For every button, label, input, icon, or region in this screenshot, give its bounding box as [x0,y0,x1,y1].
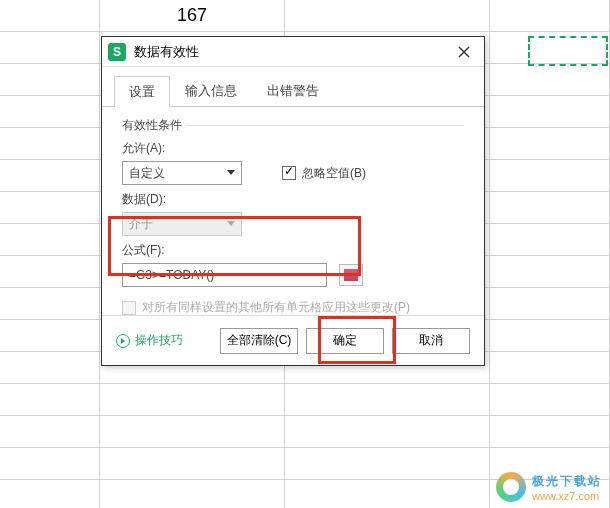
close-icon [458,46,470,58]
ignore-blank-checkbox[interactable] [282,166,296,180]
data-validation-dialog: S 数据有效性 设置 输入信息 出错警告 有效性条件 允许(A): 自定义 忽略… [101,36,485,366]
selection-marquee [528,36,608,66]
tab-error-alert[interactable]: 出错警告 [252,75,334,106]
chevron-down-icon [227,221,235,226]
formula-value: =G3>=TODAY() [129,268,214,282]
data-label: 数据(D): [122,191,464,208]
allow-select[interactable]: 自定义 [122,161,242,185]
watermark-title: 极光下载站 [532,473,602,490]
apply-all-label: 对所有同样设置的其他所有单元格应用这些更改(P) [142,299,410,316]
grid-cell[interactable] [0,0,100,31]
dialog-tabs: 设置 输入信息 出错警告 [102,67,484,107]
cancel-button[interactable]: 取消 [392,328,470,354]
tab-settings[interactable]: 设置 [114,76,170,107]
close-button[interactable] [450,41,478,63]
apply-all-checkbox [122,301,136,315]
dialog-content: 有效性条件 允许(A): 自定义 忽略空值(B) 数据(D): 介于 公式(F)… [102,107,484,326]
grid-cell[interactable] [490,0,610,31]
criteria-fieldset-label: 有效性条件 [122,117,464,134]
clear-all-button[interactable]: 全部清除(C) [220,328,298,354]
grid-cell[interactable] [285,0,490,31]
watermark: 极光下载站 www.xz7.com [496,472,602,502]
grid-cell[interactable]: 167 [100,0,285,31]
range-picker-icon [344,269,358,281]
formula-label: 公式(F): [122,242,464,259]
app-icon: S [108,43,126,61]
tab-input-message[interactable]: 输入信息 [170,75,252,106]
ok-button[interactable]: 确定 [306,328,384,354]
formula-input[interactable]: =G3>=TODAY() [122,263,327,287]
watermark-url: www.xz7.com [532,490,602,502]
dialog-title: 数据有效性 [134,43,450,61]
dialog-titlebar[interactable]: S 数据有效性 [102,37,484,67]
range-picker-button[interactable] [339,264,363,286]
tips-label: 操作技巧 [135,332,183,349]
chevron-down-icon [227,170,235,175]
tips-link[interactable]: 操作技巧 [116,332,212,349]
allow-select-value: 自定义 [129,165,165,182]
ignore-blank-label: 忽略空值(B) [302,165,366,182]
allow-label: 允许(A): [122,140,464,157]
dialog-footer: 操作技巧 全部清除(C) 确定 取消 [102,315,484,365]
data-select-value: 介于 [129,216,153,233]
watermark-icon [496,472,526,502]
data-select: 介于 [122,212,242,236]
play-icon [116,334,130,348]
